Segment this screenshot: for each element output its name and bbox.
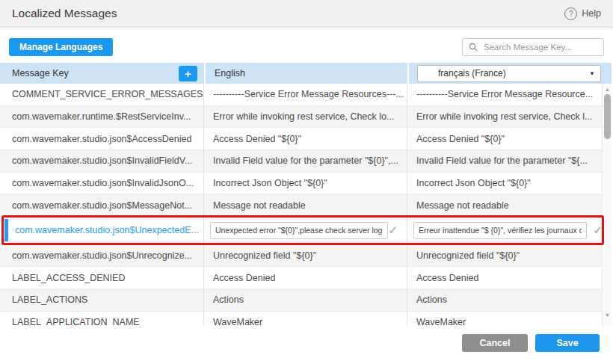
french-cell[interactable]: Unrecognized field "${0}" <box>407 245 612 267</box>
message-key-cell-selected[interactable]: com.wavemaker.studio.json$UnexpectedE... <box>0 217 204 244</box>
cancel-button[interactable]: Cancel <box>462 334 528 352</box>
french-edit-cell: ✓ <box>407 217 612 244</box>
scroll-down-icon[interactable]: ▼ <box>603 312 612 318</box>
french-message-input[interactable] <box>413 222 587 239</box>
english-cell[interactable]: WaveMaker <box>204 312 407 327</box>
french-cell[interactable]: WaveMaker <box>407 312 612 327</box>
message-key-cell[interactable]: com.wavemaker.studio.json$InvalidJsonO..… <box>0 173 204 194</box>
french-cell[interactable]: Actions <box>407 289 612 311</box>
english-message-input[interactable] <box>210 222 388 239</box>
scrollbar-thumb[interactable] <box>604 94 611 139</box>
table-header: Message Key + English français (France) … <box>0 63 612 84</box>
title-bar: Localized Messages ? Help <box>0 0 613 28</box>
table-row-selected: com.wavemaker.studio.json$UnexpectedE...… <box>0 217 612 244</box>
french-cell[interactable]: ----------Service Error Message Resource… <box>407 84 612 105</box>
manage-languages-button[interactable]: Manage Languages <box>9 38 113 56</box>
english-cell[interactable]: Incorrect Json Object "${0}" <box>204 173 407 194</box>
search-box[interactable] <box>462 38 604 56</box>
message-key-cell[interactable]: com.wavemaker.runtime.$RestServiceInv... <box>0 106 204 128</box>
french-cell[interactable]: Error while invoking rest service, Check… <box>407 106 612 128</box>
english-cell[interactable]: Invalid Field value for the parameter "$… <box>204 150 407 172</box>
table-row: com.wavemaker.studio.json$InvalidJsonO..… <box>0 173 612 195</box>
scroll-up-icon[interactable]: ▲ <box>603 87 612 92</box>
message-key-cell[interactable]: LABEL_APPLICATION_NAME <box>0 312 204 327</box>
table-row: com.wavemaker.studio.json$AccessDenied A… <box>0 128 612 150</box>
message-key-cell[interactable]: LABEL_ACCESS_DENIED <box>0 267 204 289</box>
table-row: com.wavemaker.studio.json$MessageNot... … <box>0 194 612 217</box>
message-key-cell[interactable]: LABEL_ACTIONS <box>0 289 204 311</box>
english-edit-cell: ✓ <box>204 217 407 244</box>
help-label: Help <box>582 8 601 19</box>
message-key-cell[interactable]: com.wavemaker.studio.json$InvalidFieldV.… <box>0 150 204 172</box>
add-message-key-button[interactable]: + <box>179 66 197 81</box>
message-key-cell[interactable]: com.wavemaker.studio.json$Unrecognize... <box>0 245 204 267</box>
search-input[interactable] <box>482 42 597 52</box>
column-header-locale: français (France) ▼ <box>407 63 612 84</box>
french-cell[interactable]: Access Denied <box>407 267 612 289</box>
table-row: LABEL_ACCESS_DENIED Access Denied Access… <box>0 267 612 289</box>
english-cell[interactable]: ----------Service Error Message Resource… <box>204 84 407 105</box>
english-cell[interactable]: Unrecognized field "${0}" <box>204 245 407 267</box>
locale-select[interactable]: français (France) ▼ <box>417 65 601 82</box>
message-key-cell[interactable]: com.wavemaker.studio.json$AccessDenied <box>0 128 204 149</box>
english-cell[interactable]: Access Denied <box>204 267 407 289</box>
locale-select-value: français (France) <box>438 68 506 78</box>
page-title: Localized Messages <box>12 7 117 20</box>
french-cell[interactable]: Message not readable <box>407 194 612 216</box>
table-row: COMMENT_SERVICE_ERROR_MESSAGES ---------… <box>0 84 612 106</box>
message-key-cell[interactable]: com.wavemaker.studio.json$MessageNot... <box>0 194 204 216</box>
help-icon: ? <box>564 7 577 20</box>
message-key-cell[interactable]: COMMENT_SERVICE_ERROR_MESSAGES <box>0 84 204 105</box>
english-cell[interactable]: Access Denied "${0}" <box>204 128 407 149</box>
table-body: COMMENT_SERVICE_ERROR_MESSAGES ---------… <box>0 84 612 327</box>
table-row: com.wavemaker.runtime.$RestServiceInv...… <box>0 106 612 129</box>
french-cell[interactable]: Invalid Field value for the parameter "$… <box>407 150 612 172</box>
english-cell[interactable]: Message not readable <box>204 194 407 216</box>
selected-row-indicator <box>4 219 8 241</box>
search-icon <box>469 43 478 52</box>
dropdown-arrow-icon: ▼ <box>589 70 595 77</box>
table-row: com.wavemaker.studio.json$InvalidFieldV.… <box>0 150 612 173</box>
table-row: com.wavemaker.studio.json$Unrecognize...… <box>0 245 612 268</box>
table-row: LABEL_ACTIONS Actions Actions <box>0 289 612 312</box>
save-button[interactable]: Save <box>535 334 600 352</box>
column-header-message-key: Message Key + <box>0 63 204 84</box>
column-header-english: English <box>204 63 407 84</box>
french-cell[interactable]: Access Denied "${0}" <box>407 128 612 149</box>
vertical-scrollbar[interactable]: ▲ ▼ <box>602 84 612 327</box>
table-row: LABEL_APPLICATION_NAME WaveMaker WaveMak… <box>0 312 612 327</box>
confirm-check-icon[interactable]: ✓ <box>388 223 398 237</box>
localized-messages-dialog: Localized Messages ? Help Manage Languag… <box>0 0 613 364</box>
help-button[interactable]: ? Help <box>564 7 601 20</box>
english-cell[interactable]: Actions <box>204 289 407 311</box>
french-cell[interactable]: Incorrect Json Object "${0}" <box>407 173 612 194</box>
english-cell[interactable]: Error while invoking rest service, Check… <box>204 106 407 128</box>
